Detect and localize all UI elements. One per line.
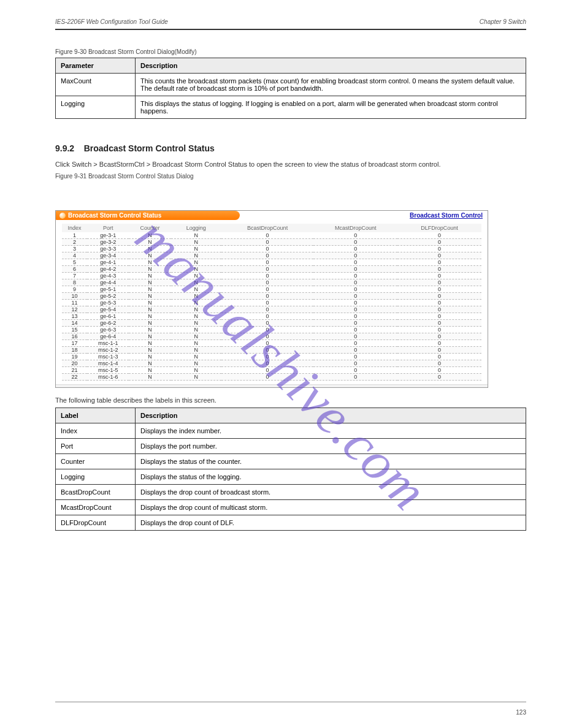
cell: 0 xyxy=(397,333,481,340)
cell: 0 xyxy=(221,320,313,327)
cell: 4 xyxy=(62,252,87,259)
cell: N xyxy=(129,313,170,320)
cell: N xyxy=(129,320,170,327)
cell: N xyxy=(129,374,170,381)
cell: ge-6-2 xyxy=(87,320,129,327)
col-label: Label xyxy=(56,408,136,423)
table-row: 4ge-3-4NN000 xyxy=(62,252,481,259)
cell: 0 xyxy=(313,266,397,273)
cell-desc: This displays the status of logging. If … xyxy=(136,96,526,119)
cell: N xyxy=(129,333,170,340)
cell: 0 xyxy=(221,286,313,293)
cell: 0 xyxy=(313,306,397,313)
col-param: Parameter xyxy=(56,58,136,74)
cell: N xyxy=(129,327,170,333)
table-row: 18msc-1-2NN000 xyxy=(62,347,481,354)
cell: 10 xyxy=(62,293,87,300)
embedded-screenshot: Broadcast Storm Control Status Broadcast… xyxy=(55,210,488,388)
cell: 0 xyxy=(397,306,481,313)
col-dlfdrop: DLFDropCount xyxy=(397,224,481,232)
cell: 0 xyxy=(397,293,481,300)
cell: ge-4-2 xyxy=(87,266,129,273)
cell: ge-4-4 xyxy=(87,279,129,286)
cell: msc-1-3 xyxy=(87,354,129,360)
cell: 0 xyxy=(313,340,397,347)
cell-label: Logging xyxy=(56,469,136,485)
cell: N xyxy=(129,306,170,313)
header-rule xyxy=(55,29,526,30)
cell: N xyxy=(171,333,221,340)
footer-rule xyxy=(55,702,526,702)
cell: N xyxy=(171,360,221,367)
cell: 0 xyxy=(221,300,313,306)
panel-title-text: Broadcast Storm Control Status xyxy=(68,212,161,219)
cell: 0 xyxy=(221,279,313,286)
cell: 0 xyxy=(221,327,313,333)
cell: 0 xyxy=(221,313,313,320)
cell: 6 xyxy=(62,266,87,273)
cell: N xyxy=(171,239,221,246)
section-number: 9.9.2 xyxy=(55,143,74,153)
col-port: Port xyxy=(87,224,129,232)
cell: N xyxy=(129,252,170,259)
cell-desc: Displays the status of the counter. xyxy=(136,454,526,469)
table-row: 17msc-1-1NN000 xyxy=(62,340,481,347)
cell-desc: Displays the status of the logging. xyxy=(136,469,526,485)
cell: N xyxy=(171,293,221,300)
cell: 0 xyxy=(221,340,313,347)
cell: 0 xyxy=(221,239,313,246)
cell: msc-1-6 xyxy=(87,374,129,381)
cell: N xyxy=(129,259,170,266)
cell-label: BcastDropCount xyxy=(56,485,136,500)
cell: 0 xyxy=(313,347,397,354)
parameter-table-top: Parameter Description MaxCount This coun… xyxy=(55,58,526,119)
cell: 0 xyxy=(397,354,481,360)
cell: 12 xyxy=(62,306,87,313)
col-logging: Logging xyxy=(171,224,221,232)
table-row: 15ge-6-3NN000 xyxy=(62,327,481,333)
cell: 0 xyxy=(221,333,313,340)
cell-label: McastDropCount xyxy=(56,500,136,515)
table-row: 7ge-4-3NN000 xyxy=(62,273,481,279)
cell: 0 xyxy=(397,313,481,320)
cell-desc: Displays the index number. xyxy=(136,423,526,439)
cell: 0 xyxy=(397,273,481,279)
table-row: 3ge-3-3NN000 xyxy=(62,246,481,252)
cell: N xyxy=(129,340,170,347)
cell: 14 xyxy=(62,320,87,327)
cell: 0 xyxy=(221,360,313,367)
cell-label: Port xyxy=(56,439,136,454)
orb-icon xyxy=(59,213,66,219)
labels-intro: The following table describes the labels… xyxy=(55,396,526,404)
cell: ge-3-3 xyxy=(87,246,129,252)
cell: N xyxy=(171,354,221,360)
cell: 17 xyxy=(62,340,87,347)
cell: N xyxy=(171,259,221,266)
label-table: Label Description IndexDisplays the inde… xyxy=(55,408,526,531)
table-row: 22msc-1-6NN000 xyxy=(62,374,481,381)
cell: 16 xyxy=(62,333,87,340)
cell: 0 xyxy=(313,293,397,300)
cell: 0 xyxy=(313,354,397,360)
cell: msc-1-4 xyxy=(87,360,129,367)
cell: 18 xyxy=(62,347,87,354)
cell: msc-1-2 xyxy=(87,347,129,354)
cell: N xyxy=(171,266,221,273)
broadcast-storm-control-link[interactable]: Broadcast Storm Control xyxy=(410,212,483,219)
cell: 0 xyxy=(397,374,481,381)
cell: 0 xyxy=(397,239,481,246)
cell: 0 xyxy=(313,374,397,381)
table-row: 20msc-1-4NN000 xyxy=(62,360,481,367)
table-row: PortDisplays the port number. xyxy=(56,439,526,454)
col-desc: Description xyxy=(136,58,526,74)
cell: 0 xyxy=(313,300,397,306)
cell: 21 xyxy=(62,367,87,374)
cell: N xyxy=(129,279,170,286)
cell: N xyxy=(171,374,221,381)
cell: 0 xyxy=(221,259,313,266)
col-counter: Counter xyxy=(129,224,170,232)
cell: 0 xyxy=(313,279,397,286)
table-row: 2ge-3-2NN000 xyxy=(62,239,481,246)
cell: 0 xyxy=(313,286,397,293)
table-row: BcastDropCountDisplays the drop count of… xyxy=(56,485,526,500)
